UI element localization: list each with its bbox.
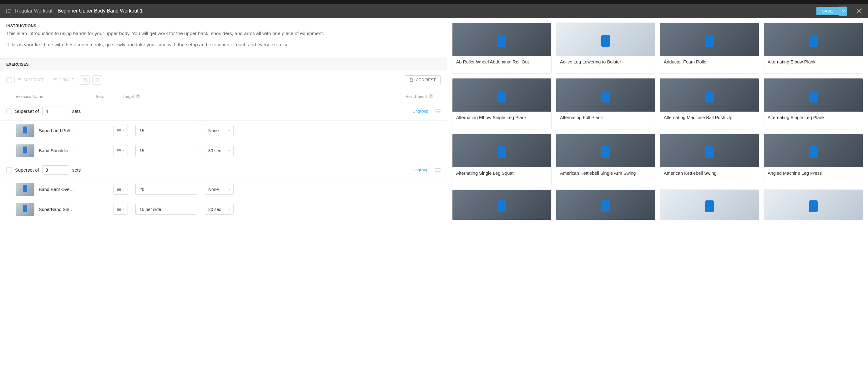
exercise-thumbnail[interactable] — [16, 183, 34, 196]
exercises-label: EXERCISES — [0, 59, 447, 70]
rest-select[interactable]: None — [205, 184, 234, 195]
chevron-down-icon — [122, 150, 124, 151]
exercise-card[interactable] — [660, 189, 759, 220]
exercise-card[interactable]: Adductor Foam Roller — [660, 23, 759, 74]
rest-select[interactable]: 30 sec — [205, 145, 234, 156]
workout-type-label: Regular Workout: — [15, 8, 54, 14]
card-title: Ab Roller Wheel Abdominal Roll Out — [453, 56, 551, 73]
superset-checkbox[interactable] — [6, 108, 12, 114]
superset-prefix: Superset of — [15, 167, 39, 172]
instructions-label: INSTRUCTIONS — [0, 18, 447, 30]
exercise-card[interactable]: American Kettlebell Swing — [660, 134, 759, 185]
superset-prefix: Superset of — [15, 108, 39, 114]
exercise-card[interactable]: Alternating Full Plank — [556, 78, 655, 129]
card-title: American Kettlebell Single Arm Swing — [556, 167, 655, 185]
ungroup-link[interactable]: Ungroup — [412, 109, 429, 114]
workout-editor-modal: Regular Workout: Beginner Upper Body Ban… — [0, 4, 868, 387]
superset-checkbox[interactable] — [6, 167, 12, 173]
exercise-card[interactable]: Ab Roller Wheel Abdominal Roll Out — [452, 23, 552, 74]
left-panel[interactable]: INSTRUCTIONS This is an introduction to … — [0, 18, 447, 387]
exercise-row: SuperBand Sin… 30 sec — [0, 199, 447, 220]
card-title: Alternating Full Plank — [556, 111, 655, 129]
superset-button[interactable]: SUPERSET — [14, 76, 47, 84]
exercise-card[interactable] — [764, 189, 863, 220]
exercise-card[interactable]: Alternating Single Leg Squat — [452, 134, 552, 185]
save-button-group: SAVE — [816, 6, 847, 15]
chevron-down-icon — [228, 189, 230, 190]
exercise-name: Superband Pull… — [39, 128, 84, 133]
target-input[interactable] — [135, 184, 197, 195]
exercise-card[interactable]: Alternating Elbow Single Leg Plank — [452, 78, 552, 129]
exercise-library-panel[interactable]: Ab Roller Wheel Abdominal Roll Out Activ… — [447, 18, 868, 387]
col-exercise-name: Exercise Name — [16, 94, 85, 99]
superset-sets-input[interactable] — [42, 165, 69, 175]
card-title: American Kettlebell Swing — [660, 167, 759, 185]
col-sets: Sets — [85, 94, 110, 99]
rest-select[interactable]: None — [205, 125, 234, 136]
chevron-down-icon — [228, 209, 230, 210]
select-all-checkbox[interactable] — [6, 77, 12, 83]
exercise-thumbnail[interactable] — [16, 124, 34, 137]
info-icon[interactable]: ? — [136, 94, 140, 98]
card-title: Alternating Single Leg Plank — [764, 111, 863, 129]
svg-rect-1 — [84, 79, 87, 82]
exercise-row: Band Bent Ove… None — [0, 180, 447, 199]
chevron-down-icon — [122, 130, 124, 131]
target-type-select[interactable] — [114, 145, 128, 156]
add-rest-button[interactable]: ADD REST — [405, 75, 440, 85]
sort-icon — [6, 8, 11, 13]
card-title: Alternating Medicine Ball Push Up — [660, 111, 759, 129]
exercise-card[interactable]: Alternating Elbow Plank — [764, 23, 863, 74]
hand-icon — [409, 77, 413, 83]
target-input[interactable] — [135, 145, 197, 156]
target-input[interactable] — [135, 125, 197, 136]
exercise-card[interactable]: Active Leg Lowering to Bolster — [556, 23, 655, 74]
save-dropdown[interactable] — [839, 6, 847, 15]
target-type-select[interactable] — [114, 184, 128, 195]
instructions-p2: If this is your first time with these mo… — [6, 41, 440, 48]
exercise-card[interactable]: Alternating Medicine Ball Push Up — [660, 78, 759, 129]
save-button[interactable]: SAVE — [816, 7, 839, 15]
exercise-card[interactable]: American Kettlebell Single Arm Swing — [556, 134, 655, 185]
drag-handle[interactable] — [435, 168, 440, 172]
exercise-card[interactable] — [452, 189, 552, 220]
ungroup-link[interactable]: Ungroup — [412, 167, 429, 172]
exercise-row: Superband Pull… None — [0, 121, 447, 141]
col-rest: Rest Period? — [184, 94, 440, 99]
copy-button[interactable] — [80, 75, 90, 85]
close-icon[interactable] — [856, 8, 862, 14]
exercise-card[interactable]: Alternating Single Leg Plank — [764, 78, 863, 129]
titlebar: Regular Workout: Beginner Upper Body Ban… — [0, 4, 868, 18]
workout-title: Beginner Upper Body Band Workout 1 — [58, 8, 143, 14]
list-icon — [18, 78, 22, 82]
target-input[interactable] — [135, 204, 197, 215]
superset-header: Superset of sets Ungroup — [0, 161, 447, 180]
exercise-card[interactable] — [556, 189, 655, 220]
col-target: Target? — [110, 94, 184, 99]
target-type-select[interactable] — [114, 204, 128, 215]
card-title: Alternating Elbow Plank — [764, 56, 863, 73]
superset-suffix: sets — [72, 108, 81, 114]
rest-select[interactable]: 30 sec — [205, 204, 234, 215]
card-title: Angled Machine Leg Press — [764, 167, 863, 185]
exercise-name: Band Bent Ove… — [39, 187, 84, 192]
exercise-name: SuperBand Sin… — [39, 207, 84, 212]
chevron-down-icon — [228, 130, 230, 131]
delete-button[interactable] — [92, 75, 102, 85]
instructions-p1: This is an introduction to using bands f… — [6, 30, 440, 37]
exercise-name: Band Shoulder … — [39, 148, 84, 153]
exercise-card[interactable]: Angled Machine Leg Press — [764, 134, 863, 185]
exercise-row: Band Shoulder … 30 sec — [0, 141, 447, 161]
column-headers: Exercise Name Sets Target? Rest Period? — [0, 90, 447, 102]
card-title: Adductor Foam Roller — [660, 56, 759, 73]
target-type-select[interactable] — [114, 125, 128, 136]
superset-suffix: sets — [72, 167, 81, 172]
drag-handle[interactable] — [435, 109, 440, 113]
exercise-card-grid: Ab Roller Wheel Abdominal Roll Out Activ… — [452, 23, 863, 220]
exercise-thumbnail[interactable] — [16, 144, 34, 157]
circuit-button[interactable]: CIRCUIT — [50, 76, 78, 84]
list-icon — [53, 78, 57, 82]
info-icon[interactable]: ? — [429, 94, 433, 98]
exercise-thumbnail[interactable] — [16, 203, 34, 216]
superset-sets-input[interactable] — [42, 106, 69, 116]
